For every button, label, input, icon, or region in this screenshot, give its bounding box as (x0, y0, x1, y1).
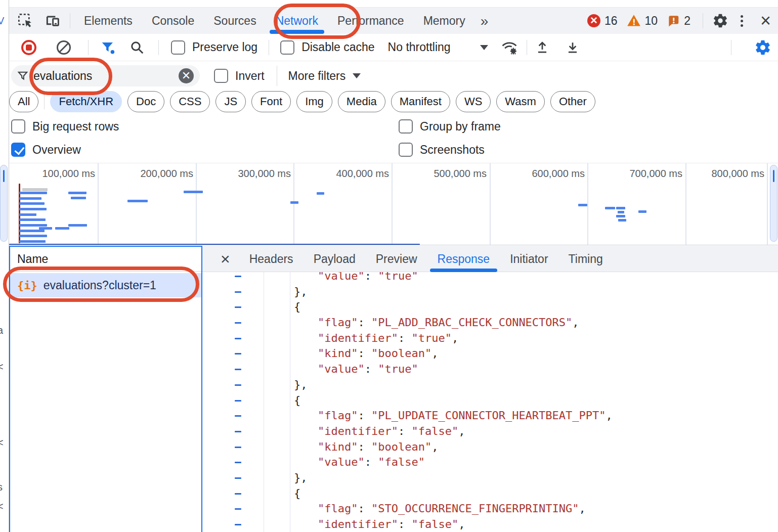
big-request-rows-checkbox[interactable] (11, 119, 25, 134)
detail-tab-initiator[interactable]: Initiator (501, 246, 556, 272)
line-fold-dash-icon[interactable] (235, 431, 241, 432)
more-filters-button[interactable]: More filters (288, 69, 346, 83)
issues-icon[interactable] (667, 14, 680, 27)
line-fold-dash-icon[interactable] (235, 353, 241, 354)
filter-icon[interactable] (98, 37, 118, 58)
timeline-left-grip[interactable] (0, 165, 8, 242)
detail-tab-timing[interactable]: Timing (560, 246, 612, 272)
name-column-header[interactable]: Name (10, 247, 201, 272)
inspect-element-icon[interactable] (15, 11, 35, 31)
timeline-tick-label: 200,000 ms (140, 168, 193, 180)
filter-input-container[interactable]: ✕ (11, 65, 200, 86)
warnings-count[interactable]: 10 (645, 14, 658, 28)
errors-icon[interactable]: ✕ (587, 14, 600, 27)
chip-doc[interactable]: Doc (127, 91, 164, 112)
timeline-tick-label: 100,000 ms (42, 168, 95, 180)
detail-tab-preview[interactable]: Preview (367, 246, 426, 272)
export-har-icon[interactable] (563, 37, 583, 58)
chip-wasm[interactable]: Wasm (496, 91, 545, 112)
line-fold-dash-icon[interactable] (235, 415, 241, 417)
group-by-frame-checkbox[interactable] (399, 119, 413, 134)
settings-gear-icon[interactable] (710, 11, 730, 31)
timeline-gridline (98, 163, 99, 245)
errors-count[interactable]: 16 (604, 14, 618, 28)
timeline-right-grip[interactable] (770, 165, 777, 242)
device-toolbar-icon[interactable] (42, 11, 63, 31)
line-fold-dash-icon[interactable] (235, 338, 241, 339)
preserve-log-checkbox[interactable] (171, 40, 185, 55)
tab-memory[interactable]: Memory (415, 8, 473, 34)
code-line: "identifier": "false", (202, 517, 778, 532)
throttling-select[interactable]: No throttling (388, 40, 451, 54)
network-conditions-icon[interactable] (499, 37, 520, 58)
overview-label: Overview (32, 143, 81, 157)
detail-tab-response[interactable]: Response (429, 246, 499, 272)
warnings-icon[interactable] (627, 14, 641, 27)
tab-performance[interactable]: Performance (329, 8, 412, 34)
line-fold-dash-icon[interactable] (235, 508, 241, 510)
network-settings-gear-icon[interactable] (753, 37, 773, 58)
overview-checkbox[interactable] (11, 143, 25, 157)
chip-font[interactable]: Font (251, 91, 291, 112)
line-fold-dash-icon[interactable] (235, 291, 241, 293)
line-fold-dash-icon[interactable] (235, 384, 241, 386)
throttling-caret-icon[interactable] (480, 45, 488, 50)
record-network-log-icon[interactable] (21, 40, 36, 55)
more-tabs-icon[interactable]: » (477, 8, 493, 34)
close-devtools-icon[interactable]: × (753, 8, 778, 33)
disable-cache-checkbox[interactable] (280, 40, 294, 55)
chip-ws[interactable]: WS (456, 91, 491, 112)
line-fold-dash-icon[interactable] (235, 276, 241, 277)
filter-input[interactable] (33, 69, 150, 83)
detail-tab-payload[interactable]: Payload (305, 246, 364, 272)
chip-other[interactable]: Other (550, 91, 595, 112)
timeline-request-bar (616, 215, 625, 217)
tab-sources[interactable]: Sources (205, 8, 264, 34)
json-braces-icon: {i} (17, 279, 37, 292)
chip-img[interactable]: Img (296, 91, 332, 112)
timeline-request-bar (39, 227, 52, 230)
screenshots-label: Screenshots (420, 143, 485, 157)
response-viewer[interactable]: "value": "true"},{"flag": "PL_ADD_RBAC_C… (202, 272, 778, 532)
chip-js[interactable]: JS (215, 91, 246, 112)
tab-console[interactable]: Console (144, 8, 202, 34)
detail-tab-strip: × HeadersPayloadPreviewResponseInitiator… (202, 246, 778, 272)
request-row[interactable]: {i} evaluations?cluster=1 (10, 273, 201, 297)
tab-elements[interactable]: Elements (76, 8, 141, 34)
line-fold-dash-icon[interactable] (235, 477, 241, 479)
detail-tab-headers[interactable]: Headers (241, 246, 302, 272)
timeline-tick-label: 600,000 ms (532, 168, 585, 180)
code-line: { (202, 393, 778, 409)
line-fold-dash-icon[interactable] (235, 369, 241, 370)
chip-css[interactable]: CSS (170, 91, 210, 112)
line-fold-dash-icon[interactable] (235, 493, 241, 495)
line-fold-dash-icon[interactable] (235, 462, 241, 463)
clear-network-log-icon[interactable] (57, 40, 71, 55)
clear-filter-icon[interactable]: ✕ (179, 68, 194, 83)
line-fold-dash-icon[interactable] (235, 306, 241, 308)
line-fold-dash-icon[interactable] (235, 400, 241, 402)
timeline-tick-label: 800,000 ms (711, 168, 764, 180)
line-fold-dash-icon[interactable] (235, 524, 241, 525)
chip-fetch-xhr[interactable]: Fetch/XHR (50, 91, 122, 112)
request-type-chips: AllFetch/XHRDocCSSJSFontImgMediaManifest… (9, 91, 778, 113)
big-request-rows-label: Big request rows (32, 120, 119, 134)
chip-all[interactable]: All (9, 91, 38, 112)
more-options-kebab-icon[interactable] (734, 15, 749, 27)
line-fold-dash-icon[interactable] (235, 447, 241, 448)
import-har-icon[interactable] (532, 37, 552, 58)
issues-count[interactable]: 2 (684, 14, 690, 28)
screenshots-checkbox[interactable] (399, 143, 413, 157)
chip-media[interactable]: Media (338, 91, 385, 112)
close-detail-icon[interactable]: × (221, 247, 230, 271)
invert-checkbox[interactable] (214, 69, 228, 83)
page-text-fragment: < (0, 501, 4, 512)
timeline-request-bar (19, 218, 46, 221)
line-fold-dash-icon[interactable] (235, 322, 241, 324)
network-overview-timeline[interactable]: 100,000 ms200,000 ms300,000 ms400,000 ms… (9, 163, 778, 245)
timeline-request-bar (618, 211, 624, 213)
search-icon[interactable] (127, 37, 147, 58)
page-behind-strip: Va<<s< (0, 0, 9, 532)
chip-manifest[interactable]: Manifest (391, 91, 450, 112)
tab-network[interactable]: Network (268, 8, 326, 34)
